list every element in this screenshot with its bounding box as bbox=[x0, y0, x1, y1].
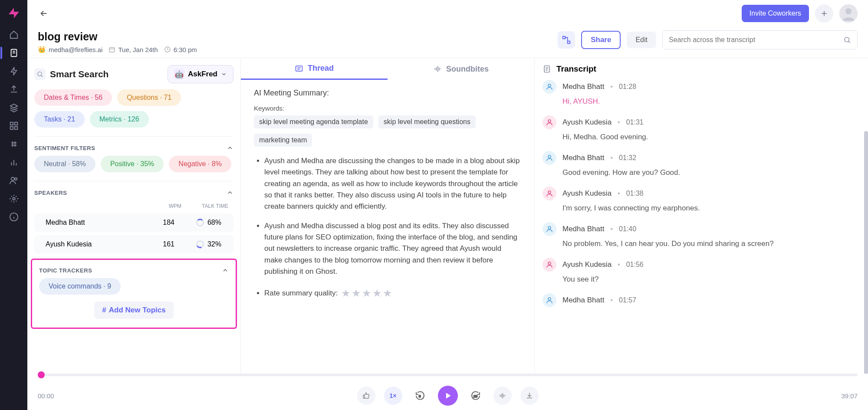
transcript-item[interactable]: Ayush Kudesia • 01:31 Hi, Medha. Good ev… bbox=[542, 115, 860, 141]
nav-bolt-icon[interactable] bbox=[9, 66, 19, 76]
transcript-time: 01:56 bbox=[626, 261, 644, 269]
transcript-text: Good evening. How are you? Good. bbox=[542, 168, 860, 177]
sentiment-header: SENTIMENT FILTERS bbox=[27, 138, 240, 156]
transcript-time: 01:31 bbox=[626, 118, 644, 126]
progress-track[interactable] bbox=[38, 374, 858, 376]
svg-point-14 bbox=[11, 177, 14, 180]
speaker-avatar bbox=[542, 187, 556, 200]
svg-line-30 bbox=[848, 41, 850, 43]
summary-heading: AI Meeting Summary: bbox=[254, 89, 521, 98]
transcript-search[interactable] bbox=[662, 30, 858, 49]
star-icon[interactable]: ★ bbox=[383, 285, 392, 301]
transcript-time: 01:38 bbox=[626, 190, 644, 197]
tab-soundbites[interactable]: Soundbites bbox=[388, 58, 534, 80]
keyword-chip[interactable]: skip level meeting agenda template bbox=[254, 115, 373, 128]
play-button[interactable] bbox=[438, 386, 458, 406]
page-title: blog review bbox=[38, 30, 197, 43]
keyword-chip[interactable]: marketing team bbox=[254, 134, 312, 147]
meta-date: Tue, Jan 24th bbox=[108, 46, 158, 53]
thumbs-up-button[interactable] bbox=[357, 387, 375, 405]
sentiment-negative[interactable]: Negative · 8% bbox=[169, 156, 231, 172]
filter-tasks[interactable]: Tasks · 21 bbox=[34, 111, 85, 128]
time-start: 00:00 bbox=[38, 392, 54, 400]
speaker-row[interactable]: Medha Bhatt 184 68% bbox=[34, 213, 233, 232]
rating-stars[interactable]: ★ ★ ★ ★ ★ bbox=[341, 285, 392, 301]
app-logo[interactable] bbox=[5, 4, 23, 22]
filter-metrics[interactable]: Metrics · 126 bbox=[90, 111, 149, 128]
add-button[interactable] bbox=[815, 4, 833, 23]
transcript-text: You see it? bbox=[542, 275, 860, 284]
transcript-speaker: Medha Bhatt bbox=[562, 296, 604, 305]
tab-soundbites-label: Soundbites bbox=[446, 65, 489, 74]
chevron-down-icon bbox=[221, 71, 227, 77]
rewind-button[interactable]: 5 bbox=[411, 387, 429, 405]
nav-team-icon[interactable] bbox=[9, 175, 19, 186]
keyword-chip[interactable]: skip level meeting questions bbox=[378, 115, 476, 128]
star-icon[interactable]: ★ bbox=[362, 285, 372, 301]
summary-bullets: Ayush and Medha are discussing the chang… bbox=[254, 155, 521, 302]
hash-icon: # bbox=[102, 306, 106, 315]
invite-button[interactable]: Invite Coworkers bbox=[742, 5, 809, 22]
svg-rect-3 bbox=[10, 122, 13, 125]
smart-search-title: Smart Search bbox=[50, 69, 108, 79]
nav-layers-icon[interactable] bbox=[9, 102, 19, 113]
transcript-item[interactable]: Medha Bhatt • 01:32 Good evening. How ar… bbox=[542, 151, 860, 177]
nav-info-icon[interactable] bbox=[9, 212, 19, 222]
nav-upload-icon[interactable] bbox=[9, 84, 19, 95]
filter-questions[interactable]: Questions · 71 bbox=[117, 89, 181, 106]
download-button[interactable] bbox=[520, 387, 539, 405]
edit-button[interactable]: Edit bbox=[627, 32, 656, 48]
transcript-speaker: Medha Bhatt bbox=[562, 154, 604, 162]
progress-handle[interactable] bbox=[38, 371, 45, 378]
askfred-button[interactable]: 🤖 AskFred bbox=[168, 65, 233, 83]
user-avatar[interactable] bbox=[839, 4, 858, 23]
transcript-body[interactable]: Medha Bhatt • 01:28 Hi, AYUSH. Ayush Kud… bbox=[535, 80, 868, 410]
transcript-text: I'm sorry, I was connecting my earphones… bbox=[542, 204, 860, 213]
filter-dates[interactable]: Dates & Times · 56 bbox=[34, 89, 112, 106]
summary-bullet: Ayush and Medha discussed a blog post an… bbox=[264, 220, 521, 278]
time-text: 6:30 pm bbox=[174, 46, 197, 53]
nav-hash-icon[interactable] bbox=[9, 139, 19, 149]
svg-point-52 bbox=[548, 298, 551, 300]
star-icon[interactable]: ★ bbox=[341, 285, 351, 301]
svg-rect-27 bbox=[563, 36, 566, 39]
calendar-icon bbox=[108, 46, 115, 53]
star-icon[interactable]: ★ bbox=[352, 285, 361, 301]
transcript-item[interactable]: Ayush Kudesia • 01:38 I'm sorry, I was c… bbox=[542, 187, 860, 213]
tab-thread[interactable]: Thread bbox=[241, 58, 388, 80]
back-button[interactable] bbox=[38, 7, 50, 20]
transcript-item[interactable]: Medha Bhatt • 01:28 Hi, AYUSH. bbox=[542, 80, 860, 106]
scrollbar[interactable] bbox=[864, 131, 868, 405]
waveform-button[interactable] bbox=[493, 387, 512, 405]
transcript-search-input[interactable] bbox=[669, 36, 843, 44]
nav-home-icon[interactable] bbox=[9, 30, 19, 40]
nav-settings-icon[interactable] bbox=[9, 194, 19, 204]
transcript-item[interactable]: Ayush Kudesia • 01:56 You see it? bbox=[542, 258, 860, 284]
nav-apps-icon[interactable] bbox=[9, 121, 19, 131]
ring-icon bbox=[195, 239, 205, 249]
transcript-item[interactable]: Medha Bhatt • 01:57 bbox=[542, 293, 860, 307]
chevron-up-icon[interactable] bbox=[222, 267, 229, 274]
svg-rect-24 bbox=[109, 47, 115, 52]
chevron-up-icon[interactable] bbox=[227, 144, 233, 151]
flow-icon-button[interactable] bbox=[558, 31, 575, 49]
meta-row: 👑 medha@fireflies.ai Tue, Jan 24th 6:30 … bbox=[38, 46, 197, 53]
add-topics-button[interactable]: # Add New Topics bbox=[94, 302, 173, 319]
speaker-row[interactable]: Ayush Kudesia 161 32% bbox=[34, 235, 233, 253]
sentiment-positive[interactable]: Positive · 35% bbox=[101, 156, 164, 172]
share-button[interactable]: Share bbox=[581, 31, 621, 49]
transcript-item[interactable]: Medha Bhatt • 01:40 No problem. Yes, I c… bbox=[542, 222, 860, 248]
chevron-up-icon[interactable] bbox=[227, 189, 233, 196]
transcript-time: 01:40 bbox=[619, 225, 636, 233]
speed-button[interactable]: 1× bbox=[384, 387, 402, 405]
star-icon[interactable]: ★ bbox=[372, 285, 382, 301]
clock-icon bbox=[164, 46, 171, 53]
nav-chart-icon[interactable] bbox=[9, 157, 19, 167]
wave-icon bbox=[433, 65, 442, 73]
forward-button[interactable]: 15 bbox=[467, 387, 485, 405]
nav-notebook-icon[interactable] bbox=[9, 48, 19, 58]
topic-voice-commands[interactable]: Voice commands · 9 bbox=[39, 278, 121, 295]
thread-icon bbox=[295, 64, 303, 73]
robot-icon: 🤖 bbox=[174, 69, 184, 79]
sentiment-neutral[interactable]: Neutral · 58% bbox=[34, 156, 95, 172]
